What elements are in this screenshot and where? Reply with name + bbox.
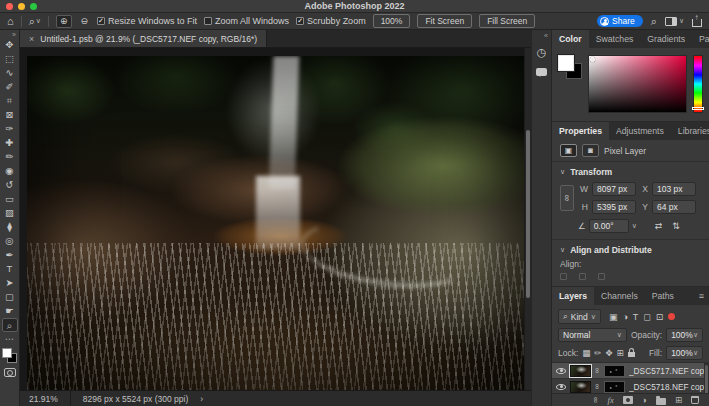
share-button[interactable]: Share [597,15,643,27]
tab-channels[interactable]: Channels [594,287,645,305]
history-panel-icon[interactable]: ◷ [534,45,549,60]
tab-adjustments[interactable]: Adjustments [609,122,671,140]
link-dimensions-icon[interactable]: ∞ [560,185,574,211]
search-icon[interactable]: ⌕ [651,15,657,28]
healing-brush-tool[interactable]: ✚ [2,136,18,150]
hue-slider-marker[interactable] [692,107,704,110]
angle-field[interactable]: 0.00° [589,219,629,233]
lasso-tool[interactable]: ∿ [2,66,18,80]
zoom-all-windows-checkbox[interactable]: Zoom All Windows [204,16,289,26]
blend-mode-dropdown[interactable]: Normal ∨ [558,328,627,342]
hand-tool[interactable]: ☛ [2,304,18,318]
layer-thumbnail[interactable] [570,365,591,377]
new-adjustment-layer-icon[interactable]: ◑ [642,395,647,405]
path-selection-tool[interactable]: ➤ [2,276,18,290]
layer-mask-thumbnail[interactable] [604,365,625,377]
quick-mask-button[interactable] [4,368,16,377]
status-zoom-level[interactable]: 21.91% [29,394,58,404]
panel-menu-icon[interactable]: ≡ [694,287,709,305]
scrollbar-thumb[interactable] [526,130,530,298]
align-right-icon[interactable] [598,273,605,280]
checkbox-box[interactable] [97,17,105,25]
y-field[interactable]: 64 px [652,200,696,214]
history-brush-tool[interactable]: ↺ [2,178,18,192]
fit-screen-button[interactable]: Fit Screen [417,14,472,28]
mask-link-icon[interactable]: ∞ [594,384,601,389]
layer-visibility-eye-icon[interactable] [556,368,566,374]
filter-pixel-layers-icon[interactable]: ▣ [609,312,618,322]
filter-shape-layers-icon[interactable]: ◻ [643,312,650,322]
tab-properties[interactable]: Properties [552,122,609,140]
workspace-switcher[interactable]: ∨ [665,17,684,26]
link-layers-icon[interactable]: ∞ [591,397,601,403]
align-left-icon[interactable] [560,273,567,280]
layer-name[interactable]: _DSC5717.NEF copy [629,366,705,376]
layer-name[interactable]: _DSC5718.NEF copy [629,382,705,392]
share-export-icon[interactable] [692,19,702,27]
type-tool[interactable]: T [2,262,18,276]
tab-paths[interactable]: Paths [645,287,681,305]
canvas-vertical-scrollbar[interactable] [524,48,531,390]
layer-row[interactable]: ∞ _DSC5718.NEF copy [552,379,709,393]
layer-row[interactable]: ∞ _DSC5717.NEF copy [552,363,709,379]
lock-all-icon[interactable] [628,352,635,357]
layer-filter-toggle[interactable] [668,313,675,320]
color-panel-swatches[interactable] [558,55,582,79]
tab-swatches[interactable]: Swatches [589,30,641,48]
blur-tool[interactable]: ⧫ [2,220,18,234]
pixel-layer-filter-button[interactable]: ▣ [560,144,577,157]
shape-tool[interactable]: ▢ [2,290,18,304]
tab-libraries[interactable]: Libraries [671,122,709,140]
tab-patterns[interactable]: Patterns [692,30,709,48]
fill-screen-button[interactable]: Fill Screen [479,14,535,28]
zoom-tool[interactable]: ⌕ [2,318,18,332]
expand-panels-icon[interactable]: « [544,30,551,41]
height-field[interactable]: 5395 px [592,200,636,214]
eyedropper-tool[interactable]: ✑ [2,122,18,136]
zoom-tool-preset[interactable]: ⌕ ∨ [29,15,41,28]
scrollbar-thumb[interactable] [705,365,708,393]
opacity-dropdown[interactable]: 100% ∨ [666,328,703,342]
new-group-icon[interactable] [656,398,666,405]
home-icon[interactable]: ⌂ [7,15,14,27]
pen-tool[interactable]: ✒ [2,248,18,262]
close-tab-icon[interactable]: × [29,34,34,44]
move-tool[interactable]: ✥ [2,38,18,52]
filter-type-layers-icon[interactable]: T [633,312,639,322]
layers-scrollbar[interactable] [704,363,709,393]
flip-vertical-icon[interactable]: ⇅ [672,221,680,231]
filter-adjustment-layers-icon[interactable]: ◑ [622,312,627,322]
hue-slider[interactable] [693,55,703,113]
clone-stamp-tool[interactable]: ◉ [2,164,18,178]
scrubby-zoom-checkbox[interactable]: Scrubby Zoom [296,16,366,26]
add-layer-mask-icon[interactable] [623,396,633,404]
fill-dropdown[interactable]: 100% ∨ [666,346,703,360]
layer-visibility-eye-icon[interactable] [556,384,566,390]
x-field[interactable]: 103 px [652,182,696,196]
layer-filter-kind-dropdown[interactable]: ⌕ Kind ∨ [558,309,601,324]
lock-artboard-icon[interactable]: ⊞ [617,348,624,358]
marquee-tool[interactable]: ⬚ [2,52,18,66]
close-window-button[interactable] [6,3,13,10]
frame-tool[interactable]: ⊠ [2,108,18,122]
maximize-window-button[interactable] [30,3,37,10]
zoom-out-button[interactable]: ⊖ [79,15,91,28]
mask-link-icon[interactable]: ∞ [594,368,601,373]
crop-tool[interactable]: ⌗ [2,94,18,108]
checkbox-box[interactable] [296,17,304,25]
lock-pixels-icon[interactable]: ✏ [594,348,601,358]
tab-gradients[interactable]: Gradients [640,30,692,48]
layer-effects-icon[interactable]: fx [608,395,614,405]
gradient-tool[interactable]: ▨ [2,206,18,220]
mask-filter-button[interactable]: ◙ [582,144,599,157]
width-field[interactable]: 8097 px [592,182,636,196]
lock-transparency-icon[interactable]: ▦ [582,348,590,358]
foreground-color-swatch[interactable] [558,55,574,71]
lock-position-icon[interactable]: ✥ [605,348,612,358]
flip-horizontal-icon[interactable]: ⇄ [655,221,663,231]
tab-color[interactable]: Color [552,30,589,48]
minimize-window-button[interactable] [18,3,25,10]
align-center-icon[interactable] [579,273,586,280]
foreground-background-swatches[interactable] [2,348,17,363]
brush-tool[interactable]: ✏ [2,150,18,164]
